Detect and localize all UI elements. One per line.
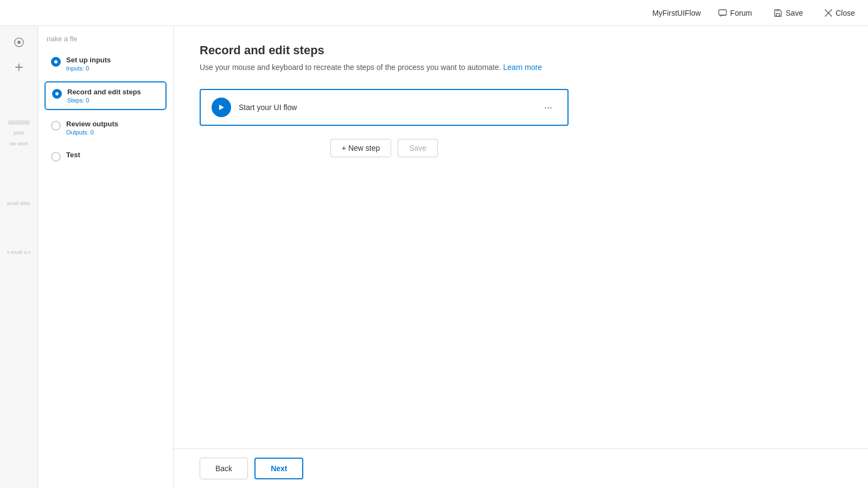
step-item-record-edit[interactable]: Record and edit steps Steps: 0 xyxy=(44,81,167,110)
steps-sidebar: nake a fle Set up inputs Inputs: 0 Recor… xyxy=(38,26,174,488)
save-icon xyxy=(774,9,782,17)
step-item-setup-inputs[interactable]: Set up inputs Inputs: 0 xyxy=(44,50,167,77)
save-step-button: Save xyxy=(398,139,438,157)
new-step-button[interactable]: + New step xyxy=(330,139,391,157)
step-subtitle-record-edit: Steps: 0 xyxy=(67,97,141,104)
left-icon-flow[interactable] xyxy=(9,33,29,52)
svg-marker-9 xyxy=(219,105,224,110)
page-description: Use your mouse and keyboard to recreate … xyxy=(200,63,842,72)
step-subtitle-review-outputs: Outputs: 0 xyxy=(66,129,118,136)
ui-flow-label: Start your UI flow xyxy=(239,103,297,112)
card-more-button[interactable]: ··· xyxy=(540,100,557,115)
step-title-review-outputs: Review outputs xyxy=(66,120,118,128)
svg-rect-1 xyxy=(776,14,780,16)
ui-flow-card[interactable]: Start your UI flow ··· xyxy=(200,89,569,126)
svg-rect-2 xyxy=(776,10,779,11)
back-button[interactable]: Back xyxy=(200,458,248,479)
svg-point-6 xyxy=(17,41,21,44)
add-icon xyxy=(14,62,24,73)
step-subtitle-setup-inputs: Inputs: 0 xyxy=(66,65,111,72)
flow-icon xyxy=(14,37,24,48)
next-button[interactable]: Next xyxy=(254,458,303,479)
step-title-setup-inputs: Set up inputs xyxy=(66,56,111,64)
topbar: MyFirstUIFlow Forum Save Close xyxy=(0,0,868,26)
main-content: Record and edit steps Use your mouse and… xyxy=(174,26,868,488)
close-icon xyxy=(825,9,832,17)
step-item-review-outputs[interactable]: Review outputs Outputs: 0 xyxy=(44,114,167,141)
step-dot-review-outputs xyxy=(51,121,61,131)
close-button[interactable]: Close xyxy=(820,7,859,20)
save-button[interactable]: Save xyxy=(769,7,807,20)
forum-button[interactable]: Forum xyxy=(714,7,756,20)
step-dot-record-edit xyxy=(52,89,62,99)
play-svg-icon xyxy=(218,104,225,111)
left-icon-add[interactable] xyxy=(9,57,29,77)
step-dot-setup-inputs xyxy=(51,57,61,67)
action-row: + New step Save xyxy=(200,139,569,157)
learn-more-link[interactable]: Learn more xyxy=(503,63,542,72)
step-dot-test xyxy=(51,152,61,162)
svg-rect-0 xyxy=(719,10,726,15)
page-title: Record and edit steps xyxy=(200,43,842,57)
flow-name: MyFirstUIFlow xyxy=(652,9,700,17)
step-title-record-edit: Record and edit steps xyxy=(67,88,141,96)
bottom-bar: Back Next xyxy=(174,448,868,488)
step-title-test: Test xyxy=(66,151,80,159)
play-icon xyxy=(212,98,231,117)
step-item-test[interactable]: Test xyxy=(44,145,167,167)
forum-icon xyxy=(718,9,727,17)
